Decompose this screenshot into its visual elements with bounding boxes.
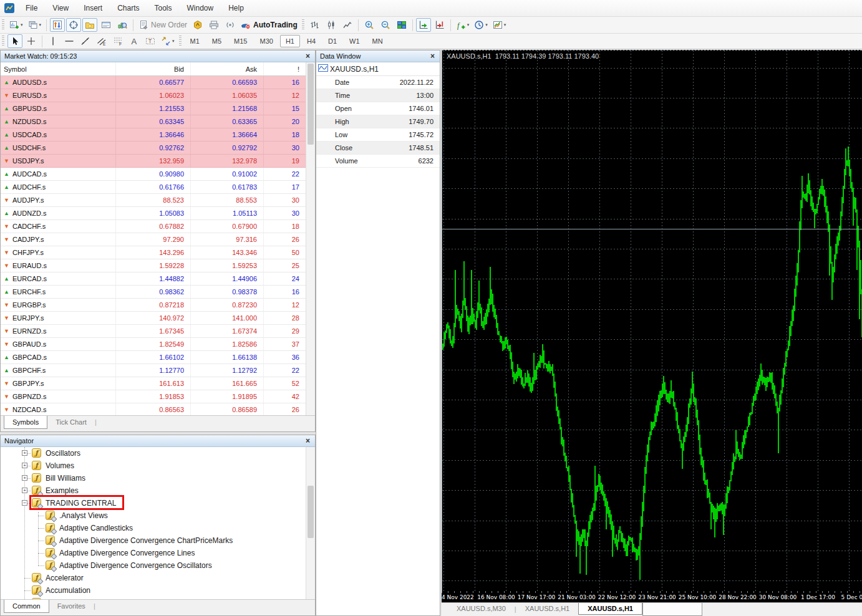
data-window-button[interactable]	[66, 18, 81, 32]
nav-item-adaptive-candlesticks[interactable]: ƒAdaptive Candlesticks	[1, 522, 306, 534]
nav-item-bill-williams[interactable]: +ƒBill Williams	[1, 472, 306, 484]
navigator-titlebar[interactable]: Navigator ×	[1, 435, 315, 447]
column-header-symbol[interactable]: Symbol	[1, 62, 116, 75]
market-watch-row[interactable]: ▼NZDCAD.s0.865630.8658926	[1, 403, 306, 415]
chart-tab-2[interactable]: XAUUSD.s,H1	[578, 603, 642, 615]
toolbar-grip[interactable]	[302, 19, 304, 31]
market-watch-row[interactable]: ▲AUDCAD.s0.909800.9100222	[1, 168, 306, 181]
market-watch-titlebar[interactable]: Market Watch: 09:15:23 ×	[1, 51, 315, 62]
candlestick-button[interactable]	[324, 18, 339, 32]
profiles-button[interactable]: ▾	[26, 18, 44, 32]
collapse-minus-icon[interactable]: −	[22, 500, 27, 506]
menu-charts[interactable]: Charts	[110, 1, 147, 16]
text-label-button[interactable]: T	[143, 34, 158, 48]
strategy-tester-button[interactable]	[115, 18, 130, 32]
chart-canvas[interactable]: XAUUSD.s,H1 1793.11 1794.39 1793.11 1793…	[442, 50, 862, 591]
close-icon[interactable]: ×	[304, 52, 311, 60]
market-watch-tab-symbols[interactable]: Symbols	[4, 416, 47, 429]
close-icon[interactable]: ×	[429, 52, 436, 60]
terminal-button[interactable]	[99, 18, 114, 32]
menu-insert[interactable]: Insert	[76, 1, 110, 16]
market-watch-row[interactable]: ▲GBPCHF.s1.127701.1279222	[1, 364, 306, 377]
tile-windows-button[interactable]	[394, 18, 409, 32]
timeframe-d1-button[interactable]: D1	[322, 35, 342, 47]
close-icon[interactable]: ×	[304, 437, 311, 445]
crosshair-button[interactable]	[24, 34, 39, 48]
expand-plus-icon[interactable]: +	[22, 450, 27, 456]
navigator-scrollbar[interactable]	[306, 447, 315, 599]
market-watch-row[interactable]: ▲USDCAD.s1.366461.3666418	[1, 128, 306, 142]
dropdown-caret-icon[interactable]: ▾	[504, 22, 506, 27]
expand-plus-icon[interactable]: +	[22, 475, 27, 481]
market-watch-row[interactable]: ▼EURGBP.s0.872180.8723012	[1, 299, 306, 312]
equidistant-channel-button[interactable]: E	[94, 34, 109, 48]
market-watch-row[interactable]: ▲NZDUSD.s0.633450.6336520	[1, 115, 306, 128]
timeframe-h4-button[interactable]: H4	[301, 35, 321, 47]
market-watch-button[interactable]	[50, 18, 65, 32]
market-watch-row[interactable]: ▼GBPJPY.s161.613161.66552	[1, 377, 306, 390]
auto-scroll-button[interactable]	[416, 18, 431, 32]
templates-button[interactable]: ▾	[491, 18, 508, 32]
metaeditor-button[interactable]	[190, 18, 205, 32]
indicators-button[interactable]: f▾	[454, 18, 472, 32]
dropdown-caret-icon[interactable]: ▾	[172, 39, 175, 44]
zoom-in-button[interactable]	[362, 18, 377, 32]
autotrading-button[interactable]: AutoTrading	[239, 18, 299, 32]
chart-shift-button[interactable]	[432, 18, 447, 32]
menu-file[interactable]: File	[18, 1, 45, 16]
market-watch-row[interactable]: ▲AUDNZD.s1.050831.0511330	[1, 207, 306, 220]
toolbar-grip[interactable]	[2, 19, 4, 31]
menu-help[interactable]: Help	[221, 1, 251, 16]
toolbar-grip[interactable]	[179, 36, 182, 47]
chart-tab-1[interactable]: XAUUSD.s,H1	[516, 603, 579, 614]
nav-item-adaptive-divergence-convergence-lines[interactable]: ƒAdaptive Divergence Convergence Lines	[1, 547, 306, 559]
column-header-bid[interactable]: Bid	[116, 62, 191, 75]
column-header-spread[interactable]: !	[264, 62, 306, 75]
market-watch-row[interactable]: ▼EURJPY.s140.972141.00028	[1, 312, 306, 325]
expand-plus-icon[interactable]: +	[22, 488, 27, 493]
periods-button[interactable]: ▾	[472, 18, 490, 32]
market-watch-row[interactable]: ▲USDCHF.s0.927620.9279230	[1, 142, 306, 155]
market-watch-row[interactable]: ▼CADJPY.s97.29097.31626	[1, 233, 306, 246]
arrows-button[interactable]: ▾	[159, 34, 177, 48]
market-watch-row[interactable]: ▼AUDJPY.s88.52388.55330	[1, 194, 306, 207]
scrollbar-thumb[interactable]	[308, 486, 314, 538]
time-axis[interactable]: 14 Nov 202216 Nov 08:0017 Nov 17:0021 No…	[442, 591, 862, 602]
dropdown-caret-icon[interactable]: ▾	[467, 22, 470, 27]
market-watch-row[interactable]: ▼CHFJPY.s143.296143.34650	[1, 246, 306, 259]
trendline-button[interactable]	[78, 34, 93, 48]
column-header-ask[interactable]: Ask	[191, 62, 264, 75]
data-window-titlebar[interactable]: Data Window ×	[316, 51, 440, 62]
new-chart-button[interactable]: ▾	[7, 18, 25, 32]
market-watch-row[interactable]: ▼USDJPY.s132.959132.97819	[1, 155, 306, 168]
market-watch-tab-tick-chart[interactable]: Tick Chart	[47, 416, 95, 428]
market-watch-row[interactable]: ▲AUDUSD.s0.665770.6659316	[1, 76, 306, 89]
timeframe-m15-button[interactable]: M15	[228, 35, 253, 47]
vertical-line-button[interactable]	[46, 34, 61, 48]
nav-item-accelerator[interactable]: ƒAccelerator	[1, 572, 306, 584]
timeframe-m1-button[interactable]: M1	[185, 35, 205, 47]
dropdown-caret-icon[interactable]: ▾	[21, 22, 23, 27]
market-watch-row[interactable]: ▼EURUSD.s1.060231.0603512	[1, 89, 306, 102]
line-chart-button[interactable]	[340, 18, 355, 32]
market-watch-row[interactable]: ▼EURNZD.s1.673451.6737429	[1, 325, 306, 338]
navigator-tab-favorites[interactable]: Favorites	[49, 600, 94, 612]
broadcast-button[interactable]	[223, 18, 238, 32]
zoom-out-button[interactable]	[378, 18, 393, 32]
horizontal-line-button[interactable]	[62, 34, 77, 48]
new-order-button[interactable]: New Order	[137, 18, 189, 32]
market-watch-row[interactable]: ▼GBPAUD.s1.825491.8258637	[1, 338, 306, 351]
timeframe-mn-button[interactable]: MN	[367, 35, 389, 47]
nav-item-accumulation[interactable]: ƒAccumulation	[1, 584, 306, 597]
market-watch-row[interactable]: ▲GBPCAD.s1.661021.6613836	[1, 351, 306, 364]
expand-plus-icon[interactable]: +	[22, 463, 27, 468]
toolbar-grip[interactable]	[2, 36, 4, 47]
dropdown-caret-icon[interactable]: ▾	[485, 22, 488, 27]
market-watch-row[interactable]: ▲EURCAD.s1.448821.4490624	[1, 272, 306, 286]
market-watch-scrollbar[interactable]	[306, 62, 315, 415]
menu-tools[interactable]: Tools	[147, 1, 180, 16]
menu-view[interactable]: View	[45, 1, 76, 16]
text-button[interactable]: A	[127, 34, 142, 48]
market-watch-row[interactable]: ▼GBPNZD.s1.918531.9189542	[1, 390, 306, 403]
fibonacci-button[interactable]: F	[110, 34, 125, 48]
